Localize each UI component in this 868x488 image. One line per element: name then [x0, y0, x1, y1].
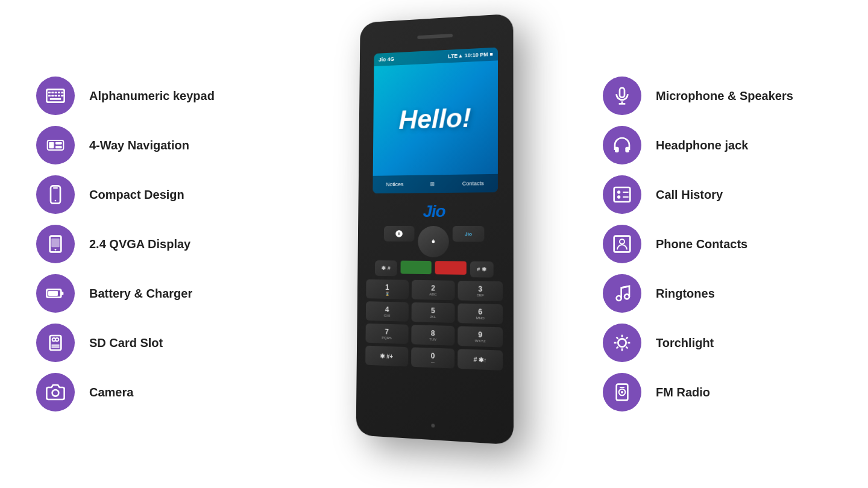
svg-rect-13 — [49, 142, 54, 149]
svg-rect-23 — [61, 292, 63, 295]
alphanumeric-keypad-icon-circle — [36, 77, 75, 115]
feature-torchlight: Torchlight — [603, 324, 832, 362]
feature-call-history: Call History — [603, 175, 832, 214]
navigation-icon — [46, 136, 65, 155]
compact-design-icon-circle — [36, 175, 75, 214]
left-fn-key: ✱ # — [375, 260, 397, 276]
microphone-speakers-icon-circle — [603, 77, 641, 115]
svg-line-51 — [626, 347, 628, 349]
jio-brand-logo: Jio — [423, 202, 445, 221]
svg-rect-15 — [55, 146, 62, 148]
key-2: 2ABC — [411, 280, 454, 301]
microphone-icon — [612, 86, 632, 105]
qvga-display-label: 2.4 QVGA Display — [89, 237, 190, 251]
4way-navigation-icon-circle — [36, 126, 75, 164]
key-3: 3DEF — [458, 281, 503, 301]
nav-row: Jio — [366, 226, 503, 258]
svg-rect-10 — [61, 95, 63, 97]
music-icon — [612, 284, 632, 303]
svg-point-38 — [617, 195, 620, 198]
right-feature-column: Microphone & Speakers Headphone jack — [603, 77, 832, 411]
svg-line-53 — [617, 347, 618, 349]
phone-contacts-icon-circle — [603, 225, 641, 263]
phone-home-indicator — [431, 424, 435, 428]
svg-point-17 — [55, 200, 57, 202]
left-feature-column: Alphanumeric keypad 4-Way Navigation — [36, 77, 265, 411]
svg-line-44 — [621, 286, 629, 288]
fm-radio-label: FM Radio — [656, 385, 710, 399]
radio-icon — [612, 383, 632, 402]
contacts-label: Contacts — [462, 180, 484, 186]
battery-charger-label: Battery & Charger — [89, 286, 192, 301]
feature-qvga-display: 2.4 QVGA Display — [36, 225, 265, 263]
key-7: 7PQRS — [365, 324, 408, 344]
svg-rect-29 — [51, 346, 59, 348]
call-history-label: Call History — [656, 187, 723, 202]
camera-icon — [46, 383, 65, 402]
svg-rect-28 — [51, 345, 59, 346]
key-5: 5JKL — [411, 302, 455, 323]
left-soft-key — [384, 226, 415, 242]
svg-rect-9 — [58, 95, 60, 97]
feature-compact-design: Compact Design — [36, 175, 265, 214]
svg-rect-32 — [620, 88, 624, 98]
svg-rect-8 — [55, 95, 57, 97]
feature-4way-navigation: 4-Way Navigation — [36, 126, 265, 164]
notices-label: Notices — [386, 181, 403, 187]
key-4: 4GHI — [366, 301, 409, 322]
phone-keypad: Jio ✱ # # ✱ 1⌛ 2ABC 3DEF 4GHI — [365, 226, 503, 371]
svg-rect-35 — [614, 187, 631, 202]
torchlight-label: Torchlight — [656, 336, 714, 350]
torchlight-icon-circle — [603, 324, 641, 362]
key-8: 8TUV — [411, 325, 455, 346]
camera-label: Camera — [89, 385, 133, 399]
center-nav-key — [418, 226, 449, 257]
headphone-jack-icon-circle — [603, 126, 641, 164]
contacts-icon — [612, 234, 632, 254]
svg-point-56 — [621, 391, 623, 393]
key-hash: # ✱↑ — [458, 349, 503, 371]
key-9: 9WXYZ — [458, 326, 503, 347]
svg-point-45 — [618, 339, 626, 346]
status-right: LTE▲ 10:10 PM ■ — [448, 51, 493, 60]
svg-rect-20 — [51, 239, 59, 248]
torch-icon — [612, 333, 632, 352]
svg-rect-11 — [50, 98, 61, 100]
svg-point-31 — [432, 240, 435, 243]
svg-line-52 — [626, 337, 628, 339]
feature-phone-contacts: Phone Contacts — [603, 225, 832, 263]
feature-sd-card-slot: SD Card Slot — [36, 324, 265, 362]
call-history-icon-circle — [603, 175, 641, 214]
feature-fm-radio: FM Radio — [603, 373, 832, 411]
phone-contacts-label: Phone Contacts — [656, 237, 747, 251]
call-end-key — [435, 261, 467, 275]
phone-body: Jio 4G LTE▲ 10:10 PM ■ Hello! Notices ⊞ … — [356, 14, 514, 445]
key-star: ✱ #+ — [365, 346, 408, 367]
svg-rect-5 — [61, 92, 63, 93]
display-icon — [46, 234, 65, 254]
right-fn-key: # ✱ — [470, 261, 494, 278]
svg-rect-24 — [48, 291, 58, 296]
svg-point-36 — [617, 190, 620, 193]
network-indicator: Jio 4G — [379, 56, 394, 63]
svg-rect-14 — [55, 142, 62, 145]
key-6: 6MNO — [458, 304, 503, 325]
svg-point-30 — [52, 390, 59, 396]
call-accept-key — [401, 261, 432, 275]
svg-rect-7 — [51, 95, 54, 97]
microphone-speakers-label: Microphone & Speakers — [656, 89, 793, 103]
camera-icon-circle — [36, 373, 75, 411]
4way-navigation-label: 4-Way Navigation — [89, 138, 189, 152]
ringtones-icon-circle — [603, 274, 641, 313]
screen-hello-text: Hello! — [373, 60, 498, 175]
battery-icon — [46, 284, 65, 303]
ringtones-label: Ringtones — [656, 286, 715, 301]
screen-bottom-bar: Notices ⊞ Contacts — [373, 174, 498, 193]
feature-battery-charger: Battery & Charger — [36, 274, 265, 313]
phone-center: Jio 4G LTE▲ 10:10 PM ■ Hello! Notices ⊞ … — [265, 15, 603, 473]
alphanumeric-keypad-label: Alphanumeric keypad — [89, 89, 215, 103]
page-wrapper: Alphanumeric keypad 4-Way Navigation — [0, 0, 868, 488]
phone-device: Jio 4G LTE▲ 10:10 PM ■ Hello! Notices ⊞ … — [332, 15, 536, 473]
feature-ringtones: Ringtones — [603, 274, 832, 313]
callhistory-icon — [612, 185, 632, 204]
